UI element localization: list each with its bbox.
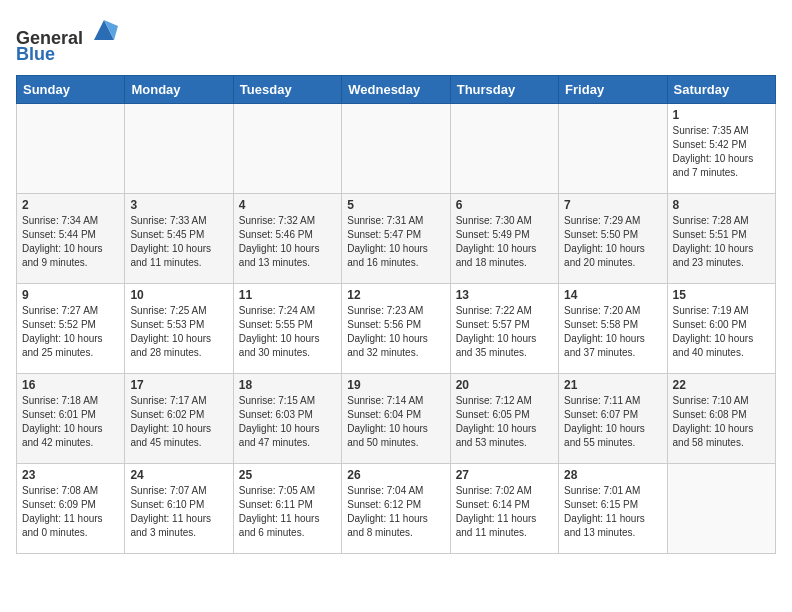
day-number: 4 xyxy=(239,198,336,212)
day-info: Sunrise: 7:22 AM Sunset: 5:57 PM Dayligh… xyxy=(456,304,553,360)
day-number: 13 xyxy=(456,288,553,302)
calendar-cell: 21Sunrise: 7:11 AM Sunset: 6:07 PM Dayli… xyxy=(559,373,667,463)
calendar-table: SundayMondayTuesdayWednesdayThursdayFrid… xyxy=(16,75,776,554)
calendar-cell: 12Sunrise: 7:23 AM Sunset: 5:56 PM Dayli… xyxy=(342,283,450,373)
day-info: Sunrise: 7:12 AM Sunset: 6:05 PM Dayligh… xyxy=(456,394,553,450)
day-info: Sunrise: 7:30 AM Sunset: 5:49 PM Dayligh… xyxy=(456,214,553,270)
calendar-cell: 1Sunrise: 7:35 AM Sunset: 5:42 PM Daylig… xyxy=(667,103,775,193)
day-number: 5 xyxy=(347,198,444,212)
day-number: 12 xyxy=(347,288,444,302)
calendar-cell: 28Sunrise: 7:01 AM Sunset: 6:15 PM Dayli… xyxy=(559,463,667,553)
day-info: Sunrise: 7:34 AM Sunset: 5:44 PM Dayligh… xyxy=(22,214,119,270)
calendar-cell: 10Sunrise: 7:25 AM Sunset: 5:53 PM Dayli… xyxy=(125,283,233,373)
day-info: Sunrise: 7:32 AM Sunset: 5:46 PM Dayligh… xyxy=(239,214,336,270)
page-header: General Blue xyxy=(16,16,776,65)
calendar-cell: 20Sunrise: 7:12 AM Sunset: 6:05 PM Dayli… xyxy=(450,373,558,463)
col-header-monday: Monday xyxy=(125,75,233,103)
calendar-cell: 27Sunrise: 7:02 AM Sunset: 6:14 PM Dayli… xyxy=(450,463,558,553)
day-info: Sunrise: 7:31 AM Sunset: 5:47 PM Dayligh… xyxy=(347,214,444,270)
calendar-week-2: 2Sunrise: 7:34 AM Sunset: 5:44 PM Daylig… xyxy=(17,193,776,283)
calendar-cell: 5Sunrise: 7:31 AM Sunset: 5:47 PM Daylig… xyxy=(342,193,450,283)
day-info: Sunrise: 7:02 AM Sunset: 6:14 PM Dayligh… xyxy=(456,484,553,540)
calendar-header-row: SundayMondayTuesdayWednesdayThursdayFrid… xyxy=(17,75,776,103)
day-number: 11 xyxy=(239,288,336,302)
day-info: Sunrise: 7:08 AM Sunset: 6:09 PM Dayligh… xyxy=(22,484,119,540)
day-info: Sunrise: 7:23 AM Sunset: 5:56 PM Dayligh… xyxy=(347,304,444,360)
calendar-cell xyxy=(450,103,558,193)
col-header-tuesday: Tuesday xyxy=(233,75,341,103)
day-number: 15 xyxy=(673,288,770,302)
calendar-week-4: 16Sunrise: 7:18 AM Sunset: 6:01 PM Dayli… xyxy=(17,373,776,463)
day-number: 17 xyxy=(130,378,227,392)
day-info: Sunrise: 7:04 AM Sunset: 6:12 PM Dayligh… xyxy=(347,484,444,540)
day-number: 18 xyxy=(239,378,336,392)
day-info: Sunrise: 7:19 AM Sunset: 6:00 PM Dayligh… xyxy=(673,304,770,360)
logo: General Blue xyxy=(16,16,118,65)
calendar-cell: 14Sunrise: 7:20 AM Sunset: 5:58 PM Dayli… xyxy=(559,283,667,373)
day-info: Sunrise: 7:29 AM Sunset: 5:50 PM Dayligh… xyxy=(564,214,661,270)
day-info: Sunrise: 7:01 AM Sunset: 6:15 PM Dayligh… xyxy=(564,484,661,540)
calendar-cell: 4Sunrise: 7:32 AM Sunset: 5:46 PM Daylig… xyxy=(233,193,341,283)
day-number: 27 xyxy=(456,468,553,482)
calendar-cell xyxy=(233,103,341,193)
day-info: Sunrise: 7:07 AM Sunset: 6:10 PM Dayligh… xyxy=(130,484,227,540)
calendar-cell: 2Sunrise: 7:34 AM Sunset: 5:44 PM Daylig… xyxy=(17,193,125,283)
day-info: Sunrise: 7:33 AM Sunset: 5:45 PM Dayligh… xyxy=(130,214,227,270)
col-header-wednesday: Wednesday xyxy=(342,75,450,103)
day-number: 24 xyxy=(130,468,227,482)
day-info: Sunrise: 7:18 AM Sunset: 6:01 PM Dayligh… xyxy=(22,394,119,450)
day-number: 9 xyxy=(22,288,119,302)
calendar-cell xyxy=(17,103,125,193)
day-number: 14 xyxy=(564,288,661,302)
col-header-thursday: Thursday xyxy=(450,75,558,103)
calendar-cell xyxy=(125,103,233,193)
calendar-cell xyxy=(342,103,450,193)
day-number: 10 xyxy=(130,288,227,302)
day-info: Sunrise: 7:20 AM Sunset: 5:58 PM Dayligh… xyxy=(564,304,661,360)
col-header-sunday: Sunday xyxy=(17,75,125,103)
day-number: 7 xyxy=(564,198,661,212)
day-info: Sunrise: 7:15 AM Sunset: 6:03 PM Dayligh… xyxy=(239,394,336,450)
calendar-cell xyxy=(559,103,667,193)
calendar-cell: 22Sunrise: 7:10 AM Sunset: 6:08 PM Dayli… xyxy=(667,373,775,463)
day-info: Sunrise: 7:28 AM Sunset: 5:51 PM Dayligh… xyxy=(673,214,770,270)
day-info: Sunrise: 7:27 AM Sunset: 5:52 PM Dayligh… xyxy=(22,304,119,360)
calendar-cell: 25Sunrise: 7:05 AM Sunset: 6:11 PM Dayli… xyxy=(233,463,341,553)
day-number: 8 xyxy=(673,198,770,212)
col-header-saturday: Saturday xyxy=(667,75,775,103)
day-number: 6 xyxy=(456,198,553,212)
calendar-cell: 24Sunrise: 7:07 AM Sunset: 6:10 PM Dayli… xyxy=(125,463,233,553)
calendar-cell: 23Sunrise: 7:08 AM Sunset: 6:09 PM Dayli… xyxy=(17,463,125,553)
calendar-cell: 17Sunrise: 7:17 AM Sunset: 6:02 PM Dayli… xyxy=(125,373,233,463)
calendar-cell: 8Sunrise: 7:28 AM Sunset: 5:51 PM Daylig… xyxy=(667,193,775,283)
day-info: Sunrise: 7:11 AM Sunset: 6:07 PM Dayligh… xyxy=(564,394,661,450)
calendar-cell: 13Sunrise: 7:22 AM Sunset: 5:57 PM Dayli… xyxy=(450,283,558,373)
day-info: Sunrise: 7:35 AM Sunset: 5:42 PM Dayligh… xyxy=(673,124,770,180)
day-info: Sunrise: 7:14 AM Sunset: 6:04 PM Dayligh… xyxy=(347,394,444,450)
day-number: 20 xyxy=(456,378,553,392)
day-number: 25 xyxy=(239,468,336,482)
calendar-cell: 18Sunrise: 7:15 AM Sunset: 6:03 PM Dayli… xyxy=(233,373,341,463)
day-info: Sunrise: 7:24 AM Sunset: 5:55 PM Dayligh… xyxy=(239,304,336,360)
col-header-friday: Friday xyxy=(559,75,667,103)
calendar-cell: 3Sunrise: 7:33 AM Sunset: 5:45 PM Daylig… xyxy=(125,193,233,283)
logo-icon xyxy=(90,16,118,44)
day-info: Sunrise: 7:17 AM Sunset: 6:02 PM Dayligh… xyxy=(130,394,227,450)
calendar-cell: 6Sunrise: 7:30 AM Sunset: 5:49 PM Daylig… xyxy=(450,193,558,283)
day-number: 3 xyxy=(130,198,227,212)
day-number: 22 xyxy=(673,378,770,392)
day-number: 19 xyxy=(347,378,444,392)
calendar-week-1: 1Sunrise: 7:35 AM Sunset: 5:42 PM Daylig… xyxy=(17,103,776,193)
day-number: 2 xyxy=(22,198,119,212)
logo-blue-text: Blue xyxy=(16,45,55,65)
calendar-week-5: 23Sunrise: 7:08 AM Sunset: 6:09 PM Dayli… xyxy=(17,463,776,553)
day-number: 16 xyxy=(22,378,119,392)
calendar-cell: 16Sunrise: 7:18 AM Sunset: 6:01 PM Dayli… xyxy=(17,373,125,463)
calendar-cell: 11Sunrise: 7:24 AM Sunset: 5:55 PM Dayli… xyxy=(233,283,341,373)
day-info: Sunrise: 7:05 AM Sunset: 6:11 PM Dayligh… xyxy=(239,484,336,540)
day-number: 23 xyxy=(22,468,119,482)
calendar-cell: 26Sunrise: 7:04 AM Sunset: 6:12 PM Dayli… xyxy=(342,463,450,553)
day-number: 21 xyxy=(564,378,661,392)
calendar-cell xyxy=(667,463,775,553)
day-number: 1 xyxy=(673,108,770,122)
